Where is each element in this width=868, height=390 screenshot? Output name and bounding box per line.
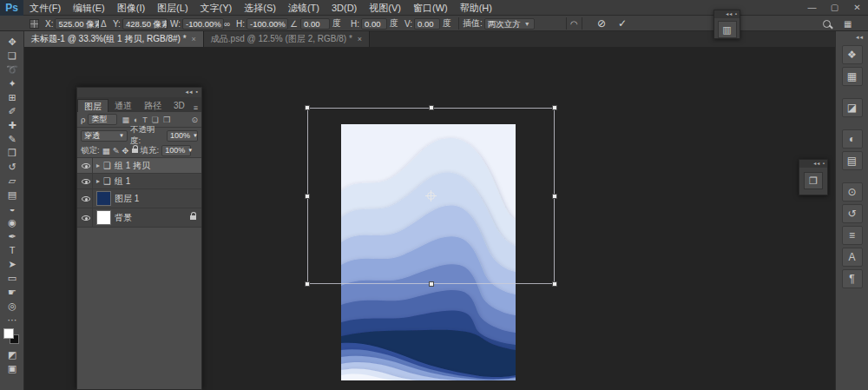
visibility-eye-icon[interactable]	[79, 208, 93, 227]
transform-reference-point[interactable]	[427, 192, 435, 200]
type-tool[interactable]: T	[0, 243, 24, 257]
lasso-tool[interactable]: ➰	[0, 63, 24, 76]
filter-adjustment-layers-icon[interactable]: ◐	[134, 116, 138, 124]
lock-transparent-pixels-icon[interactable]: ▦	[102, 146, 110, 155]
paragraph-panel-icon[interactable]: ¶	[842, 269, 863, 288]
search-icon[interactable]	[823, 20, 831, 28]
fill-input[interactable]: 100%▼	[161, 145, 191, 156]
menu-help[interactable]: 帮助(H)	[454, 0, 498, 16]
expand-group-icon[interactable]: ▸	[96, 177, 100, 185]
layer-thumbnail[interactable]	[96, 191, 111, 206]
opacity-input[interactable]: 100%▼	[167, 130, 198, 142]
marquee-tool[interactable]: ❏	[0, 49, 24, 63]
transform-handle-bottom-center[interactable]	[429, 281, 434, 287]
crop-tool[interactable]: ⊞	[0, 90, 24, 104]
layer-name[interactable]: 组 1	[115, 175, 130, 188]
layer-row-group1-copy[interactable]: ▸ ❑ 组 1 拷贝	[77, 158, 201, 174]
visibility-eye-icon[interactable]	[79, 189, 93, 208]
blur-tool[interactable]: ◒	[0, 202, 24, 215]
styles-panel-icon[interactable]: ◪	[842, 98, 863, 117]
filter-type-select[interactable]: 类型	[88, 114, 117, 125]
transform-bounding-box[interactable]	[307, 108, 555, 284]
filter-smart-objects-icon[interactable]: ❒	[163, 116, 170, 124]
tab-layers[interactable]: 图层	[77, 99, 108, 112]
layer-thumbnail[interactable]	[96, 210, 111, 225]
zoom-tool[interactable]: ◎	[0, 299, 24, 313]
hand-tool[interactable]: ☛	[0, 285, 24, 299]
edit-toolbar-more[interactable]: ⋯	[0, 313, 24, 327]
blend-mode-select[interactable]: 穿透▼	[81, 130, 128, 142]
filter-type-layers-icon[interactable]: T	[142, 116, 148, 124]
filter-search-icon[interactable]: ρ	[81, 115, 85, 124]
menu-type[interactable]: 文字(Y)	[194, 0, 239, 16]
commit-transform-button[interactable]: ✓	[618, 17, 627, 30]
document-tab-chengpin[interactable]: 成品.psd @ 12.5% (图层 2, RGB/8) * ×	[204, 31, 370, 47]
minimize-button[interactable]: —	[805, 2, 819, 13]
menu-file[interactable]: 文件(F)	[23, 0, 67, 16]
filter-toggle-icon[interactable]: ⊙	[191, 116, 198, 124]
eraser-tool[interactable]: ▱	[0, 174, 24, 188]
screen-mode-button[interactable]: ▣	[0, 361, 24, 375]
document-tab-untitled[interactable]: 未标题-1 @ 33.3%(组 1 拷贝, RGB/8#) * ×	[24, 31, 204, 47]
visibility-eye-icon[interactable]	[79, 174, 93, 188]
close-tab-icon[interactable]: ×	[192, 35, 196, 43]
maintain-aspect-link-icon[interactable]: ∞	[224, 19, 230, 29]
warp-mode-toggle[interactable]: ◠	[570, 19, 578, 29]
tab-channels[interactable]: 通道	[108, 99, 138, 112]
layer-name[interactable]: 背景	[115, 212, 132, 224]
transform-handle-bottom-left[interactable]	[305, 281, 310, 287]
transform-handle-bottom-right[interactable]	[552, 281, 557, 287]
layer-row-group1[interactable]: ▸ ❑ 组 1	[77, 174, 201, 189]
width-input[interactable]: -100.00%	[182, 18, 224, 30]
layer-name[interactable]: 组 1 拷贝	[115, 160, 150, 172]
close-tab-icon[interactable]: ×	[358, 35, 362, 43]
filter-pixel-layers-icon[interactable]: ▦	[122, 116, 129, 124]
cancel-transform-button[interactable]: ⊘	[597, 17, 606, 30]
move-tool[interactable]: ✥	[0, 35, 24, 49]
info-panel-icon[interactable]: ⊙	[842, 182, 863, 202]
foreground-background-swatches[interactable]	[0, 327, 24, 347]
tab-paths[interactable]: 路径	[138, 99, 168, 112]
healing-brush-tool[interactable]: ✚	[0, 118, 24, 132]
rotate-input[interactable]: 0.00	[300, 18, 330, 30]
collapse-panel-icon[interactable]: ◂◂ ▪	[186, 89, 199, 96]
brush-tool[interactable]: ✎	[0, 132, 24, 146]
collapse-panel-icon[interactable]: ◂◂ ▪	[799, 160, 827, 168]
panel-drag-bar[interactable]: ◂◂ ▪	[77, 88, 201, 97]
path-selection-tool[interactable]: ➤	[0, 257, 24, 271]
layer-row-background[interactable]: 背景	[77, 208, 201, 228]
history-brush-tool[interactable]: ↺	[0, 160, 24, 174]
panel-menu-icon[interactable]: ≡	[194, 103, 201, 112]
dodge-tool[interactable]: ◉	[0, 215, 24, 229]
swatches-panel-icon[interactable]: ▦	[842, 67, 863, 86]
layer-row-layer1[interactable]: 图层 1	[77, 189, 201, 208]
y-input[interactable]: 428.50 像素	[122, 18, 168, 30]
height-input[interactable]: -100.00%	[247, 18, 288, 30]
filter-shape-layers-icon[interactable]: ❏	[152, 116, 159, 124]
x-input[interactable]: 525.00 像素	[55, 18, 100, 30]
foreground-color-swatch[interactable]	[3, 328, 14, 339]
expand-dock-icon[interactable]: ◂◂	[836, 31, 868, 43]
workspace-switcher-icon[interactable]: ▦	[844, 19, 852, 29]
lock-position-icon[interactable]: ✥	[122, 146, 129, 155]
transform-handle-top-left[interactable]	[305, 105, 310, 110]
menu-image[interactable]: 图像(I)	[111, 0, 151, 16]
clone-stamp-tool[interactable]: ❒	[0, 146, 24, 160]
menu-window[interactable]: 窗口(W)	[407, 0, 454, 16]
maximize-button[interactable]: ▢	[827, 2, 842, 13]
clone-source-panel-icon[interactable]: ❐	[804, 172, 823, 189]
menu-view[interactable]: 视图(V)	[363, 0, 407, 16]
vskew-input[interactable]: 0.00	[414, 18, 440, 30]
menu-layer[interactable]: 图层(L)	[151, 0, 194, 16]
transform-handle-middle-left[interactable]	[305, 194, 310, 199]
libraries-panel-icon[interactable]: ▤	[842, 151, 863, 170]
relative-positioning-icon[interactable]: Δ	[101, 19, 107, 29]
properties-panel-icon[interactable]: ≡	[842, 226, 863, 245]
quick-mask-button[interactable]: ◩	[0, 347, 24, 361]
menu-filter[interactable]: 滤镜(T)	[282, 0, 326, 16]
transform-handle-top-center[interactable]	[429, 105, 434, 110]
gradient-tool[interactable]: ▤	[0, 188, 24, 202]
layer-name[interactable]: 图层 1	[115, 193, 139, 205]
menu-3d[interactable]: 3D(D)	[326, 0, 363, 16]
history-panel-icon[interactable]: ↺	[842, 204, 863, 223]
